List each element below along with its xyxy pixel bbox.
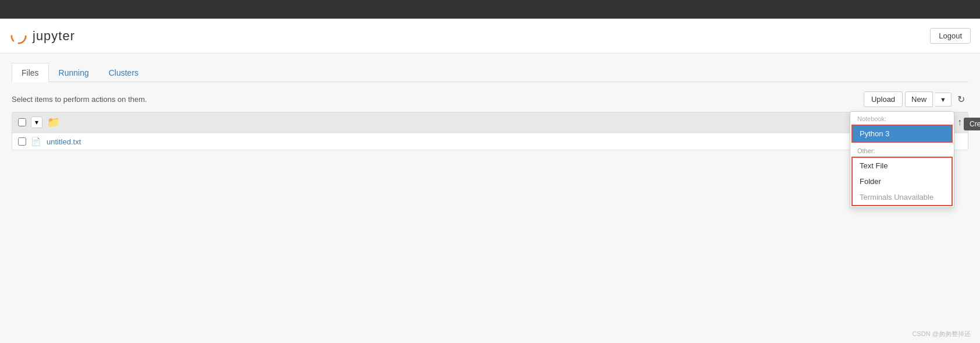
folder-icon: 📁: [47, 116, 60, 129]
logout-button[interactable]: Logout: [930, 28, 971, 44]
file-link[interactable]: untitled.txt: [47, 137, 81, 146]
main-content: Files Running Clusters Select items to p…: [0, 54, 980, 343]
jupyter-logo-icon: [9, 27, 28, 45]
folder-menu-item[interactable]: Folder: [853, 174, 952, 189]
main-toolbar: Select items to perform actions on them.…: [12, 91, 968, 107]
file-checkbox[interactable]: [18, 137, 26, 146]
table-row: 📄 untitled.txt: [12, 133, 968, 150]
toolbar-info-text: Select items to perform actions on them.: [12, 95, 147, 104]
new-button-caret[interactable]: ▼: [935, 93, 952, 107]
refresh-button[interactable]: ↻: [954, 91, 968, 107]
python3-highlight-box: Python 3: [851, 125, 953, 143]
tab-running[interactable]: Running: [49, 63, 99, 82]
watermark: CSDN @匆匆整掉还: [913, 330, 971, 338]
other-highlight-box: Text File Folder Terminals Unavailable: [851, 157, 953, 206]
other-section-label: Other:: [850, 144, 954, 155]
header: jupyter Logout: [0, 19, 980, 54]
file-list-header: ▾ 📁 ↑: [12, 112, 968, 133]
python3-tooltip: Create a new notebook with Python 3: [964, 118, 980, 130]
terminals-menu-item: Terminals Unavailable: [853, 189, 952, 205]
sort-button[interactable]: ▾: [31, 116, 42, 128]
toolbar-actions: Upload New ▼ ↻ Notebook: Python 3 Other:…: [864, 91, 968, 107]
tab-files[interactable]: Files: [12, 63, 49, 82]
sort-arrow-button[interactable]: ↑: [957, 117, 962, 128]
text-file-icon: 📄: [31, 137, 41, 146]
new-button[interactable]: New: [905, 91, 933, 107]
notebook-section-label: Notebook:: [850, 112, 954, 123]
upload-button[interactable]: Upload: [864, 91, 903, 107]
python3-menu-item[interactable]: Python 3: [853, 126, 952, 142]
topbar: [0, 0, 980, 19]
logo-area: jupyter: [9, 27, 75, 45]
text-file-menu-item[interactable]: Text File: [853, 158, 952, 174]
tab-bar: Files Running Clusters: [12, 63, 968, 82]
tab-clusters[interactable]: Clusters: [99, 63, 148, 82]
new-dropdown-menu: Notebook: Python 3 Other: Text File Fold…: [850, 111, 954, 208]
app-title: jupyter: [33, 29, 75, 44]
select-all-checkbox[interactable]: [18, 118, 26, 126]
file-list: ▾ 📁 ↑ 📄 untitled.txt: [12, 112, 968, 150]
